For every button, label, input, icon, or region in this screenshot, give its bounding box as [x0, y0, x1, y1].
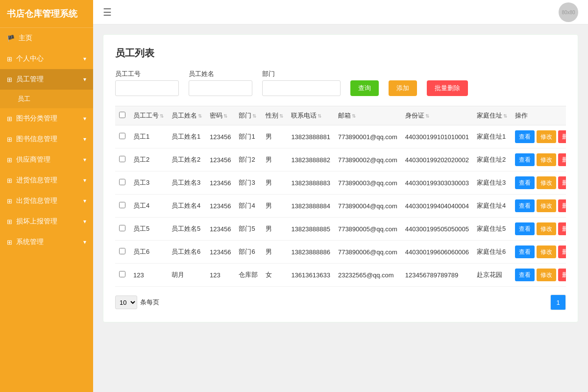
sort-icon-id[interactable]: ⇅ [160, 113, 164, 119]
row-employee-name: 员工姓名4 [168, 195, 206, 218]
employee-list-card: 员工列表 员工工号 员工姓名 部门 查询 添加 批量删除 [103, 34, 578, 322]
table-row: 123 胡月 123 仓库部 女 13613613633 23232565@qq… [115, 264, 566, 287]
select-all-header[interactable] [115, 106, 129, 125]
employee-id-input[interactable] [115, 80, 179, 96]
delete-button[interactable]: 删除 [558, 176, 566, 189]
view-button[interactable]: 查看 [515, 245, 535, 258]
row-employee-id: 员工2 [129, 148, 168, 172]
query-button[interactable]: 查询 [350, 80, 379, 96]
select-all-checkbox[interactable] [119, 112, 125, 118]
row-checkbox-cell[interactable] [115, 241, 129, 264]
row-checkbox-cell[interactable] [115, 125, 129, 148]
employee-name-input[interactable] [189, 80, 252, 96]
sidebar-item-supplier[interactable]: ⊞ 供应商管理 ▾ [0, 149, 93, 170]
chevron-down-icon-4: ▾ [83, 156, 86, 163]
avatar[interactable]: 80x80 [559, 2, 578, 22]
department-input[interactable] [262, 80, 341, 96]
row-checkbox-cell[interactable] [115, 195, 129, 218]
row-checkbox-cell[interactable] [115, 218, 129, 241]
view-button[interactable]: 查看 [515, 130, 535, 143]
col-gender: 性别⇅ [262, 106, 287, 125]
sort-icon-pwd[interactable]: ⇅ [223, 113, 227, 119]
row-id-card: 123456789789789 [401, 264, 473, 287]
delete-button[interactable]: 删除 [558, 199, 566, 212]
col-employee-id: 员工工号⇅ [129, 106, 168, 125]
batch-delete-button[interactable]: 批量删除 [427, 80, 468, 96]
row-checkbox[interactable] [119, 179, 125, 185]
employee-name-group: 员工姓名 [189, 70, 252, 96]
menu-toggle-button[interactable]: ☰ [103, 6, 112, 18]
view-button[interactable]: 查看 [515, 176, 535, 189]
sort-icon-gender[interactable]: ⇅ [279, 113, 283, 119]
sort-icon-addr[interactable]: ⇅ [503, 113, 507, 119]
action-group: 查看 修改 删除 [515, 222, 566, 235]
action-group: 查看 修改 删除 [515, 153, 566, 166]
row-gender: 男 [262, 172, 287, 195]
row-checkbox[interactable] [119, 202, 125, 208]
row-id-card: 440300199101010001 [401, 125, 473, 148]
sidebar-item-system[interactable]: ⊞ 系统管理 ▾ [0, 232, 93, 252]
row-checkbox-cell[interactable] [115, 172, 129, 195]
damage-icon: ⊞ [7, 218, 12, 225]
sidebar-item-supplier-label: 供应商管理 [16, 155, 50, 164]
sort-icon-phone[interactable]: ⇅ [318, 113, 321, 119]
sidebar-item-employee-mgmt[interactable]: ⊞ 员工管理 ▾ [0, 69, 93, 90]
row-email: 773890004@qq.com [334, 195, 401, 218]
page-size-select[interactable]: 10 20 50 [115, 295, 137, 309]
sidebar-item-book-info[interactable]: ⊞ 图书信息管理 ▾ [0, 129, 93, 149]
view-button[interactable]: 查看 [515, 269, 535, 281]
edit-button[interactable]: 修改 [537, 222, 556, 235]
sidebar-item-stock-out[interactable]: ⊞ 出货信息管理 ▾ [0, 191, 93, 211]
table-body: 员工1 员工姓名1 123456 部门1 男 13823888881 77389… [115, 125, 566, 287]
edit-button[interactable]: 修改 [537, 199, 556, 212]
row-checkbox-cell[interactable] [115, 264, 129, 287]
sidebar-item-book-category[interactable]: ⊞ 图书分类管理 ▾ [0, 108, 93, 129]
edit-button[interactable]: 修改 [537, 245, 556, 258]
delete-button[interactable]: 删除 [558, 153, 566, 166]
row-checkbox-cell[interactable] [115, 148, 129, 172]
sidebar-item-employee[interactable]: 员工 [0, 90, 93, 108]
row-actions: 查看 修改 删除 [511, 172, 566, 195]
row-phone: 13823888885 [287, 218, 334, 241]
row-dept: 部门5 [235, 218, 262, 241]
row-password: 123456 [206, 241, 235, 264]
delete-button[interactable]: 删除 [558, 130, 566, 143]
edit-button[interactable]: 修改 [537, 130, 556, 143]
row-employee-name: 员工姓名1 [168, 125, 206, 148]
action-group: 查看 修改 删除 [515, 199, 566, 212]
sort-icon-email[interactable]: ⇅ [352, 113, 356, 119]
sidebar-item-damage[interactable]: ⊞ 损坏上报管理 ▾ [0, 211, 93, 232]
delete-button[interactable]: 删除 [558, 269, 566, 281]
row-gender: 男 [262, 195, 287, 218]
sidebar-item-home-label: 主页 [19, 34, 32, 43]
row-checkbox[interactable] [119, 271, 125, 277]
add-button[interactable]: 添加 [389, 80, 417, 96]
table-row: 员工2 员工姓名2 123456 部门2 男 13823888882 77389… [115, 148, 566, 172]
row-checkbox[interactable] [119, 133, 125, 139]
row-actions: 查看 修改 删除 [511, 125, 566, 148]
view-button[interactable]: 查看 [515, 153, 535, 166]
sort-icon-dept[interactable]: ⇅ [252, 113, 256, 119]
row-id-card: 440300199505050005 [401, 218, 473, 241]
row-email: 773890001@qq.com [334, 125, 401, 148]
view-button[interactable]: 查看 [515, 199, 535, 212]
department-label: 部门 [262, 70, 341, 78]
edit-button[interactable]: 修改 [537, 269, 556, 281]
sidebar-item-home[interactable]: 🏴 主页 [0, 28, 93, 49]
page-1-button[interactable]: 1 [550, 294, 566, 310]
delete-button[interactable]: 删除 [558, 222, 566, 235]
delete-button[interactable]: 删除 [558, 245, 566, 258]
edit-button[interactable]: 修改 [537, 153, 556, 166]
sidebar-item-personal[interactable]: ⊞ 个人中心 ▾ [0, 49, 93, 69]
home-icon: 🏴 [7, 35, 15, 42]
employee-name-label: 员工姓名 [189, 70, 252, 78]
row-checkbox[interactable] [119, 225, 125, 231]
sort-icon-name[interactable]: ⇅ [198, 113, 202, 119]
row-checkbox[interactable] [119, 156, 125, 162]
row-checkbox[interactable] [119, 248, 125, 254]
view-button[interactable]: 查看 [515, 222, 535, 235]
sidebar-item-stock-in[interactable]: ⊞ 进货信息管理 ▾ [0, 170, 93, 191]
edit-button[interactable]: 修改 [537, 176, 556, 189]
sort-icon-idcard[interactable]: ⇅ [425, 113, 429, 119]
row-password: 123456 [206, 148, 235, 172]
